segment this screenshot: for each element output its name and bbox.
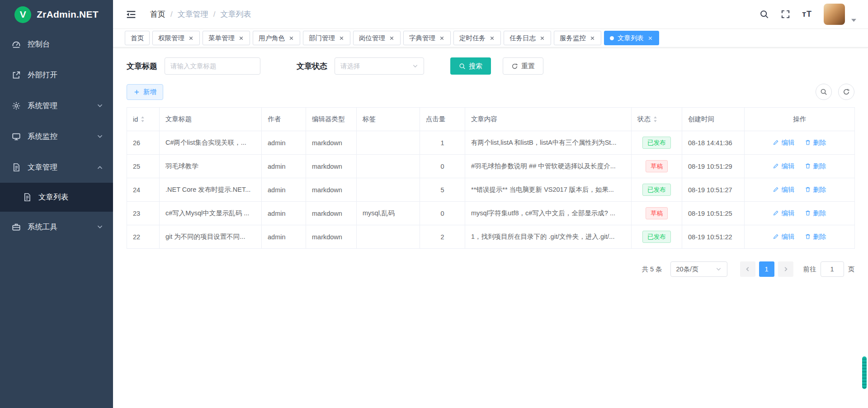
cell-content: **错误提示** 当电脑更新 VS2017 版本后，如果... [465,178,632,202]
sort-icon[interactable] [653,115,658,123]
close-icon[interactable] [489,35,495,41]
tab-2[interactable]: 菜单管理 [203,31,250,45]
arrow-left-icon [745,266,751,272]
user-avatar[interactable] [824,4,845,25]
column-header-0[interactable]: id [127,108,160,131]
cell-created: 08-19 10:51:22 [682,225,745,249]
edit-link[interactable]: 编辑 [773,138,794,147]
breadcrumb-separator: / [170,10,173,19]
close-icon[interactable] [590,35,595,41]
prev-page-button[interactable] [740,261,755,277]
plus-icon [133,89,140,95]
scrollbar-thumb[interactable] [862,356,867,389]
tab-7[interactable]: 定时任务 [453,31,501,45]
page-number-button[interactable]: 1 [759,261,774,277]
reset-button[interactable]: 重置 [503,57,543,75]
edit-link[interactable]: 编辑 [773,232,794,241]
sidebar-item-article-admin[interactable]: 文章管理 [0,152,113,183]
delete-link[interactable]: 删除 [805,209,826,218]
add-button[interactable]: 新增 [127,84,163,100]
next-page-button[interactable] [778,261,793,277]
column-header-7[interactable]: 状态 [632,108,682,131]
fullscreen-icon[interactable] [781,9,790,19]
cell-tags [357,131,420,155]
sidebar-nav: 控制台 外部打开 系统管理 系统监控 文章管理 文章列表 系统工具 [0,29,113,242]
cell-tags [357,155,420,178]
delete-link[interactable]: 删除 [805,138,826,147]
close-icon[interactable] [188,35,194,41]
sidebar-item-article-list[interactable]: 文章列表 [0,183,113,212]
article-title-input[interactable] [165,57,260,75]
refresh-icon [843,88,850,95]
tab-label: 定时任务 [459,34,486,43]
cell-title: git 为不同的项目设置不同... [160,225,262,249]
filter-bar: 文章标题 文章状态 请选择 搜索 重置 [127,57,854,75]
cell-author: admin [262,178,306,202]
breadcrumb-separator: / [213,10,216,19]
sidebar-item-system-admin[interactable]: 系统管理 [0,90,113,121]
status-badge: 草稿 [646,160,668,173]
breadcrumb: 首页/文章管理/文章列表 [150,9,251,19]
delete-link[interactable]: 删除 [805,232,826,241]
cell-title: .NET Core 发布时提示.NET... [160,178,262,202]
cell-status: 草稿 [632,202,682,225]
search-button[interactable]: 搜索 [450,57,491,75]
close-icon[interactable] [238,35,244,41]
page-size-select[interactable]: 20条/页 [670,261,727,277]
delete-link[interactable]: 删除 [805,185,826,194]
sidebar-collapse-icon[interactable] [126,9,137,19]
sidebar-item-system-monitor[interactable]: 系统监控 [0,121,113,152]
breadcrumb-item-0[interactable]: 首页 [150,9,165,19]
status-badge: 草稿 [646,207,668,220]
sidebar-item-label: 文章列表 [38,192,68,202]
close-icon[interactable] [389,35,395,41]
column-label: 文章标题 [165,115,192,123]
sidebar-item-dashboard[interactable]: 控制台 [0,29,113,60]
breadcrumb-item-1[interactable]: 文章管理 [178,9,208,19]
font-size-icon[interactable]: тT [802,9,812,19]
refresh-table-button[interactable] [838,84,854,100]
tab-label: 首页 [131,34,144,43]
sort-icon[interactable] [140,115,145,123]
edit-link[interactable]: 编辑 [773,209,794,218]
tab-1[interactable]: 权限管理 [152,31,200,45]
tab-4[interactable]: 部门管理 [303,31,350,45]
close-icon[interactable] [539,35,545,41]
cell-editor-type: markdown [306,131,357,155]
edit-link[interactable]: 编辑 [773,162,794,171]
sidebar: V ZrAdmin.NET 控制台 外部打开 系统管理 系统监控 文章管理 文章… [0,0,113,408]
close-icon[interactable] [288,35,294,41]
tab-label: 菜单管理 [208,34,235,43]
cell-tags [357,178,420,202]
toggle-search-button[interactable] [816,84,832,100]
tab-9[interactable]: 服务监控 [554,31,601,45]
header-search-icon[interactable] [760,9,769,19]
status-badge: 已发布 [642,137,671,149]
goto-page-input[interactable] [821,261,844,277]
tab-8[interactable]: 任务日志 [504,31,551,45]
tab-6[interactable]: 字典管理 [403,31,451,45]
cell-clicks: 1 [420,131,465,155]
tab-10[interactable]: 文章列表 [604,31,659,45]
edit-icon [773,210,779,216]
sidebar-item-system-tools[interactable]: 系统工具 [0,212,113,242]
column-label: 点击量 [426,115,446,123]
cell-content: mysql字符集utf8，c#写入中文后，全部显示成? ... [465,202,632,225]
cell-id: 26 [127,131,160,155]
tab-0[interactable]: 首页 [125,31,150,45]
close-icon[interactable] [439,35,445,41]
user-menu-caret-icon[interactable] [851,19,856,22]
tab-5[interactable]: 岗位管理 [353,31,401,45]
tab-3[interactable]: 用户角色 [253,31,300,45]
close-icon[interactable] [339,35,344,41]
cell-clicks: 0 [420,202,465,225]
edit-link[interactable]: 编辑 [773,185,794,194]
cell-status: 已发布 [632,131,682,155]
delete-link[interactable]: 删除 [805,162,826,171]
close-icon[interactable] [647,35,653,41]
sidebar-item-external-open[interactable]: 外部打开 [0,60,113,90]
cell-status: 已发布 [632,178,682,202]
cell-actions: 编辑 删除 [745,225,855,249]
article-status-select[interactable]: 请选择 [335,57,424,75]
column-label: 操作 [793,115,806,123]
